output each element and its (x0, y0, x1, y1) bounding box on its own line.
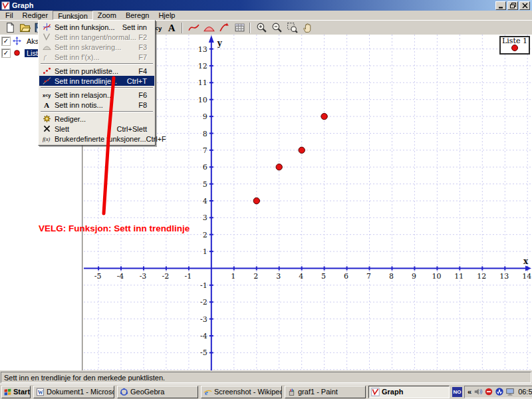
y-axis-label: y (217, 39, 223, 48)
svg-text:1: 1 (203, 247, 207, 256)
insert-notis-icon: A (166, 22, 178, 35)
menu-item-label: Sett inn punktliste... (55, 67, 138, 75)
menu-separator (41, 63, 153, 65)
funksjon-menu-popup: Sett inn funksjon...Sett innSett inn tan… (38, 20, 156, 146)
menu-item-slett[interactable]: SlettCtrl+Slett (39, 124, 154, 134)
taskbar-button-geogebra[interactable]: GeoGebra (117, 386, 198, 398)
tray-display-icon[interactable] (505, 387, 515, 396)
menu-item-label: Slett (55, 125, 116, 133)
title-bar[interactable]: Graph (0, 0, 532, 11)
taskbar-button-screenshot-wikipedia[interactable]: eScreenshot - Wikipedia, ... (201, 386, 282, 398)
svg-text:13: 13 (499, 272, 509, 281)
shading-button[interactable] (201, 21, 216, 35)
menu-item-sett-inn-funksjon[interactable]: Sett inn funksjon...Sett inn (39, 22, 154, 32)
menu-item-label: Sett inn tangent/normal... (55, 33, 138, 41)
menu-points-icon (39, 66, 55, 75)
menu-item-shortcut: F8 (138, 101, 154, 109)
system-tray: NO « 06:53 (452, 386, 532, 398)
legend-box: Liste 1 (499, 36, 530, 55)
toolbar-separator (249, 23, 251, 33)
zoom-in-button[interactable] (254, 21, 269, 35)
menubar-item-fil[interactable]: Fil (1, 11, 18, 20)
svg-text:14: 14 (522, 272, 531, 281)
zoom-window-button[interactable] (285, 21, 299, 35)
start-label: Start (13, 388, 30, 396)
status-text: Sett inn en trendlinje for den merkede p… (1, 372, 531, 383)
menubar-item-zoom[interactable]: Zoom (93, 11, 121, 20)
menu-item-sett-inn-relasjon[interactable]: x<ySett inn relasjon...F6 (39, 90, 154, 100)
menu-item-label: Sett inn relasjon... (55, 91, 138, 99)
derivative-button[interactable] (217, 21, 231, 35)
taskbar-button-label: graf1 - Paint (298, 388, 338, 396)
menubar-item-hjelp[interactable]: Hjelp (154, 11, 180, 20)
checkbox-akser[interactable]: ✓ (2, 37, 10, 45)
data-point[interactable] (276, 164, 282, 170)
tray-volume-icon[interactable] (473, 387, 483, 396)
taskbar-button-label: Graph (382, 388, 403, 396)
svg-text:A: A (168, 22, 175, 33)
x-axis-arrow (525, 266, 531, 271)
svg-text:11: 11 (454, 272, 464, 281)
svg-text:-3: -3 (140, 272, 147, 281)
zoom-window-icon (287, 22, 298, 35)
svg-text:9: 9 (412, 272, 416, 281)
menu-trendline-icon (39, 76, 55, 85)
svg-text:2: 2 (203, 231, 207, 239)
trendline-button[interactable] (186, 21, 201, 35)
taskbar-button-label: Dokument1 - Microsoft ... (47, 388, 114, 396)
start-button[interactable]: Start (1, 386, 31, 398)
tray-chevron[interactable]: « (467, 388, 471, 396)
menu-relation-icon: x<y (39, 90, 55, 99)
menubar-item-rediger[interactable]: Rediger (18, 11, 53, 20)
data-point[interactable] (321, 113, 327, 119)
tray-antivirus-icon[interactable] (495, 387, 504, 396)
svg-text:1: 1 (231, 272, 235, 281)
svg-text:6: 6 (203, 163, 207, 172)
menu-item-label: Rediger... (55, 115, 147, 123)
checkbox-liste[interactable]: ✓ (2, 49, 10, 57)
insert-notis-button[interactable]: A (164, 21, 179, 35)
menu-item-sett-inn-skravering: Sett inn skravering...F3 (39, 42, 154, 52)
taskbar-button-label: Screenshot - Wikipedia, ... (214, 388, 282, 396)
zoom-out-button[interactable] (269, 21, 284, 35)
menu-item-sett-inn-notis[interactable]: ASett inn notis...F8 (39, 100, 154, 110)
restore-button[interactable] (507, 1, 518, 10)
tray-security-icon[interactable] (484, 387, 493, 396)
taskbar-button-dokument1-microsoft[interactable]: WDokument1 - Microsoft ... (33, 386, 114, 398)
language-indicator[interactable]: NO (452, 387, 462, 397)
open-folder-button[interactable] (17, 21, 32, 35)
windows-flag-icon (3, 388, 12, 396)
menubar-item-beregn[interactable]: Beregn (121, 11, 154, 20)
svg-text:-2: -2 (200, 298, 207, 307)
svg-text:x<y: x<y (43, 92, 51, 98)
svg-text:-5: -5 (94, 272, 102, 281)
taskbar-button-graf1-paint[interactable]: graf1 - Paint (285, 386, 366, 398)
svg-text:12: 12 (477, 272, 486, 281)
menubar-item-funksjon[interactable]: Funksjon (53, 11, 93, 20)
taskbar-clock[interactable]: 06:53 (517, 388, 532, 396)
svg-text:-2: -2 (162, 272, 170, 281)
menu-item-brukerdefinerte-funksjoner[interactable]: f(x)Brukerdefinerte funksjoner...Ctrl+F (39, 134, 154, 144)
svg-text:3: 3 (276, 272, 281, 281)
svg-text:6: 6 (344, 272, 348, 281)
svg-text:11: 11 (198, 78, 207, 87)
close-button[interactable] (519, 1, 530, 10)
table-button[interactable] (232, 21, 247, 35)
svg-text:-1: -1 (185, 272, 192, 281)
new-document-button[interactable] (3, 21, 17, 35)
menu-separator (41, 111, 153, 112)
menu-item-shortcut: F7 (138, 53, 154, 61)
pan-button[interactable] (300, 21, 315, 35)
menu-item-rediger[interactable]: Rediger... (39, 114, 154, 124)
ie-icon: e (203, 388, 212, 396)
svg-text:-4: -4 (117, 272, 124, 281)
menu-item-sett-inn-punktliste[interactable]: Sett inn punktliste...F4 (39, 66, 154, 76)
point-red-icon (13, 49, 22, 58)
menu-item-sett-inn-trendlinje[interactable]: Sett inn trendlinje...Ctrl+T (39, 76, 154, 86)
taskbar-button-graph[interactable]: Graph (368, 386, 450, 398)
data-point[interactable] (299, 147, 305, 153)
menu-function-icon (39, 23, 55, 31)
minimize-button[interactable] (495, 1, 506, 10)
pan-icon (302, 22, 313, 35)
data-point[interactable] (253, 198, 259, 203)
